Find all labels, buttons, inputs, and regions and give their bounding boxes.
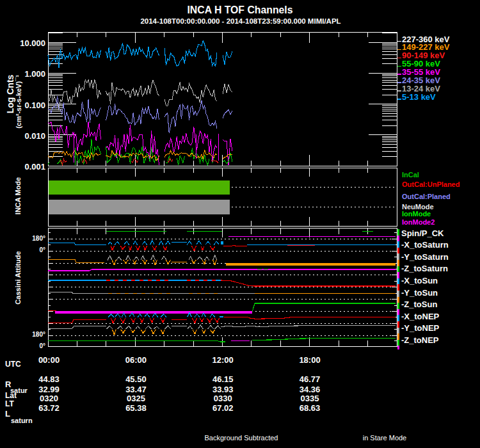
svg-text:-Y_toNEP: -Y_toNEP: [401, 323, 440, 333]
svg-text:(cm²-sr-s-keV)¯¹: (cm²-sr-s-keV)¯¹: [15, 75, 22, 129]
svg-text:Log Cnts: Log Cnts: [5, 74, 15, 113]
svg-text:saturn: saturn: [11, 417, 33, 424]
svg-text:0330: 0330: [214, 394, 232, 403]
svg-text:INCA Mode: INCA Mode: [14, 177, 22, 214]
svg-text:06:00: 06:00: [125, 355, 147, 365]
svg-text:-Y_toSaturn: -Y_toSaturn: [401, 252, 449, 262]
svg-text:33.47: 33.47: [125, 385, 147, 394]
svg-text:InCal: InCal: [402, 171, 419, 179]
svg-text:5-13 keV: 5-13 keV: [402, 92, 436, 102]
svg-text:-X_toNEP: -X_toNEP: [401, 312, 440, 321]
svg-text:33.93: 33.93: [212, 385, 234, 394]
svg-text:IonMode2: IonMode2: [402, 218, 435, 226]
svg-text:INCA H TOF Channels: INCA H TOF Channels: [187, 4, 292, 15]
svg-text:0°: 0°: [39, 342, 45, 349]
svg-text:32.99: 32.99: [38, 385, 60, 394]
svg-text:63.72: 63.72: [38, 403, 60, 413]
svg-text:12:00: 12:00: [212, 355, 234, 365]
svg-text:46.77: 46.77: [300, 374, 321, 384]
svg-text:18:00: 18:00: [299, 355, 320, 365]
svg-text:Spin/P_CK: Spin/P_CK: [401, 228, 444, 238]
svg-text:0°: 0°: [39, 246, 45, 253]
svg-text:68.63: 68.63: [300, 403, 321, 413]
svg-text:-Y_toSun: -Y_toSun: [401, 288, 438, 298]
svg-text:34.36: 34.36: [300, 385, 321, 394]
svg-text:-Z_toSaturn: -Z_toSaturn: [401, 264, 448, 273]
svg-text:180°: 180°: [32, 331, 45, 338]
svg-text:Lat: Lat: [5, 391, 17, 400]
svg-text:0.100: 0.100: [24, 100, 45, 110]
svg-text:10.000: 10.000: [20, 38, 45, 48]
svg-text:65.38: 65.38: [125, 403, 147, 413]
svg-text:in Stare Mode: in Stare Mode: [363, 434, 406, 442]
svg-text:1.000: 1.000: [24, 69, 45, 79]
svg-text:-Z_toSun: -Z_toSun: [401, 300, 437, 309]
svg-text:0335: 0335: [301, 394, 319, 403]
svg-text:UTC: UTC: [5, 360, 21, 369]
svg-text:OutCal:Planed: OutCal:Planed: [402, 193, 451, 200]
svg-text:46.15: 46.15: [212, 374, 234, 384]
svg-text:L: L: [5, 409, 10, 419]
svg-text:IonMode: IonMode: [402, 210, 431, 218]
svg-text:Background Subtracted: Background Subtracted: [205, 434, 278, 442]
svg-text:0.010: 0.010: [24, 131, 45, 141]
svg-text:Cassini Attitude: Cassini Attitude: [14, 251, 22, 304]
svg-text:0325: 0325: [127, 394, 145, 403]
svg-text:67.02: 67.02: [212, 403, 234, 413]
svg-text:44.83: 44.83: [38, 374, 60, 384]
svg-text:0.001: 0.001: [24, 162, 45, 172]
svg-text:-Z_toNEP: -Z_toNEP: [401, 335, 439, 345]
svg-text:45.50: 45.50: [125, 374, 147, 384]
svg-text:-X_toSaturn: -X_toSaturn: [401, 240, 449, 250]
svg-text:2014-108T00:00:00.000 - 2014-1: 2014-108T00:00:00.000 - 2014-108T23:59:0…: [140, 17, 340, 25]
svg-text:180°: 180°: [32, 235, 45, 242]
svg-text:OutCal:UnPlaned: OutCal:UnPlaned: [402, 180, 460, 188]
svg-text:-X_toSun: -X_toSun: [401, 276, 438, 285]
svg-text:0320: 0320: [40, 394, 58, 403]
svg-text:00:00: 00:00: [38, 355, 60, 365]
svg-text:LT: LT: [5, 399, 14, 408]
